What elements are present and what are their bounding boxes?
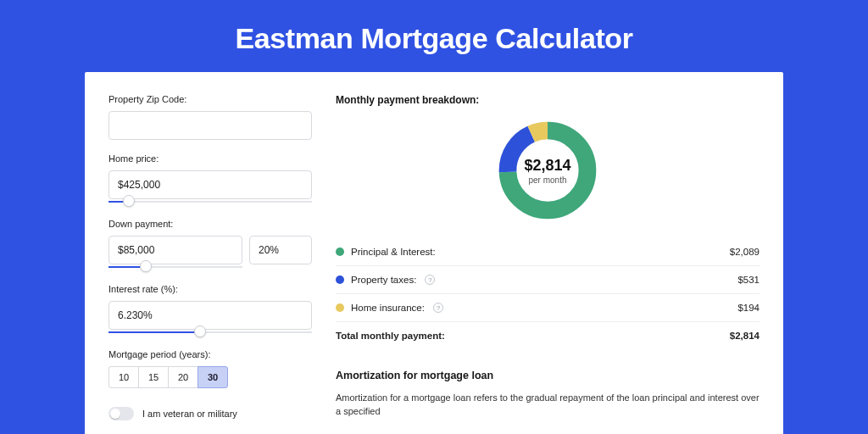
home-price-slider-thumb[interactable]: [123, 195, 135, 207]
zip-input[interactable]: [108, 111, 312, 140]
inputs-panel: Property Zip Code: Home price: Down paym…: [108, 94, 312, 420]
calculator-card: Property Zip Code: Home price: Down paym…: [85, 72, 783, 434]
legend-value: $194: [737, 303, 760, 313]
legend-label: Principal & Interest:: [351, 247, 436, 257]
zip-label: Property Zip Code:: [108, 94, 312, 104]
legend-label: Property taxes:: [351, 275, 416, 285]
veteran-row: I am veteran or military: [108, 407, 312, 420]
page-title: Eastman Mortgage Calculator: [85, 0, 783, 72]
legend-dot: [336, 275, 344, 284]
interest-field: Interest rate (%):: [108, 284, 312, 336]
interest-slider[interactable]: [108, 329, 312, 336]
veteran-label: I am veteran or military: [142, 409, 237, 419]
veteran-toggle[interactable]: [108, 407, 134, 420]
amortization-body: Amortization for a mortgage loan refers …: [336, 392, 760, 419]
legend-value: $531: [737, 275, 760, 285]
home-price-label: Home price:: [108, 153, 312, 164]
amortization-block: Amortization for mortgage loan Amortizat…: [336, 370, 760, 419]
interest-label: Interest rate (%):: [108, 284, 312, 294]
donut-chart-wrap: $2,814 per month: [336, 118, 760, 223]
down-payment-field: Down payment:: [108, 219, 312, 270]
legend-dot: [336, 303, 344, 312]
help-icon[interactable]: ?: [433, 303, 443, 313]
interest-input[interactable]: [108, 301, 312, 330]
legend-label: Home insurance:: [351, 303, 425, 313]
amortization-title: Amortization for mortgage loan: [336, 370, 760, 381]
legend-row: Principal & Interest:$2,089: [336, 238, 760, 265]
period-button-30[interactable]: 30: [198, 366, 228, 388]
breakdown-title: Monthly payment breakdown:: [336, 94, 760, 106]
zip-field: Property Zip Code:: [108, 94, 312, 140]
legend-total-label: Total monthly payment:: [336, 331, 445, 341]
legend-dot: [336, 248, 344, 256]
period-button-20[interactable]: 20: [168, 366, 198, 388]
period-label: Mortgage period (years):: [108, 349, 312, 359]
home-price-slider[interactable]: [108, 198, 312, 205]
down-payment-slider[interactable]: [108, 264, 242, 270]
home-price-input[interactable]: [108, 170, 312, 199]
donut-svg: [495, 118, 600, 223]
legend-row: Home insurance:?$194: [336, 293, 760, 321]
down-payment-pct-input[interactable]: [249, 236, 312, 264]
down-payment-input[interactable]: [108, 236, 242, 264]
period-group: 10152030: [108, 366, 312, 388]
down-payment-label: Down payment:: [108, 219, 312, 229]
legend: Principal & Interest:$2,089Property taxe…: [336, 238, 760, 321]
donut-chart: $2,814 per month: [495, 118, 600, 223]
legend-total-row: Total monthly payment: $2,814: [336, 321, 760, 349]
period-field: Mortgage period (years): 10152030: [108, 349, 312, 388]
legend-total-value: $2,814: [730, 331, 760, 341]
home-price-field: Home price:: [108, 153, 312, 205]
period-button-15[interactable]: 15: [138, 366, 169, 388]
down-payment-slider-thumb[interactable]: [140, 260, 152, 272]
legend-row: Property taxes:?$531: [336, 265, 760, 293]
breakdown-panel: Monthly payment breakdown: $2,814 per mo…: [336, 94, 760, 420]
donut-segments: [508, 131, 587, 210]
period-button-10[interactable]: 10: [108, 366, 139, 388]
help-icon[interactable]: ?: [425, 275, 435, 285]
legend-value: $2,089: [730, 247, 760, 257]
interest-slider-thumb[interactable]: [194, 326, 206, 337]
